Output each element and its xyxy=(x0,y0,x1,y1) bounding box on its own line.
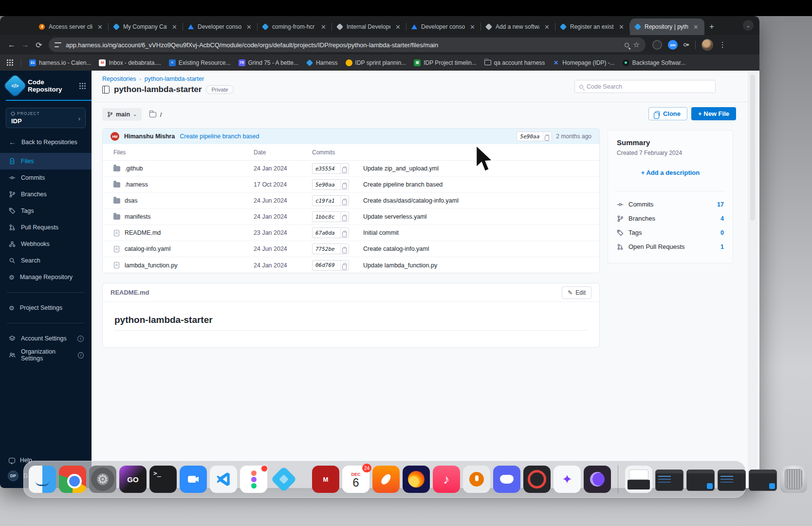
dock-downloads-stack-icon[interactable] xyxy=(625,466,652,493)
summary-stat-branches[interactable]: Branches4 xyxy=(617,211,724,225)
tab-close-icon[interactable]: ✕ xyxy=(468,23,477,31)
url-text[interactable]: app.harness.io/ng/account/6_vVHzo9Qeu9fX… xyxy=(66,41,620,49)
dock-apple-music-icon[interactable]: ♪ xyxy=(433,466,460,493)
commit-hash-pill[interactable]: e35554 xyxy=(312,163,349,174)
commit-message-link[interactable]: Create catalog-info.yaml xyxy=(363,245,599,252)
commit-message-link[interactable]: Update serverless.yaml xyxy=(363,213,599,220)
sidebar-item-pull-requests[interactable]: Pull Requests xyxy=(0,219,92,236)
commit-message-link[interactable]: Create pipeline branch based xyxy=(180,133,259,140)
bookmark-backstage[interactable]: Backstage Softwar... xyxy=(623,59,685,66)
address-bar[interactable]: app.harness.io/ng/account/6_vVHzo9Qeu9fX… xyxy=(49,38,646,52)
dock-chrome-icon[interactable] xyxy=(59,466,86,493)
dock-figma-icon[interactable] xyxy=(240,466,267,493)
dock-terminal-icon[interactable]: >_ xyxy=(149,466,177,493)
commit-message-link[interactable]: Create dsas/dasd/catalog-info.yaml xyxy=(363,197,599,204)
tab-close-icon[interactable]: ✕ xyxy=(692,23,700,31)
site-settings-icon[interactable] xyxy=(55,42,61,47)
dock-finder-icon[interactable] xyxy=(29,466,56,493)
commit-hash-pill[interactable]: 7752be xyxy=(312,244,349,254)
sidebar-item-project-settings[interactable]: ⚙ Project Settings xyxy=(0,300,92,316)
code-search-input[interactable] xyxy=(587,83,711,90)
add-description-link[interactable]: + Add a description xyxy=(617,169,724,176)
dock-insomnia-icon[interactable] xyxy=(584,466,611,493)
branch-selector[interactable]: main ⌄ xyxy=(102,108,142,121)
dock-rocket-app-icon[interactable] xyxy=(372,466,400,493)
breadcrumb-repositories-link[interactable]: Repositories xyxy=(102,75,136,82)
search-icon[interactable] xyxy=(625,43,629,47)
minimized-window-thumbnail[interactable] xyxy=(718,470,746,491)
dock-calendar-icon[interactable]: DEC 6 24 xyxy=(342,466,369,493)
commit-message-link[interactable]: Create pipeline branch based xyxy=(363,181,599,188)
summary-stat-commits[interactable]: Commits17 xyxy=(617,197,724,211)
tab-coming-from-hcr[interactable]: coming-from-hcr✕ xyxy=(258,19,332,35)
scrollbar-thumb[interactable] xyxy=(750,75,755,221)
bookmark-star-icon[interactable]: ☆ xyxy=(633,40,640,49)
browser-menu-icon[interactable]: ⋮ xyxy=(719,40,726,49)
edit-button[interactable]: ✎Edit xyxy=(562,286,591,299)
tab-close-icon[interactable]: ✕ xyxy=(170,23,179,31)
info-icon[interactable]: i xyxy=(77,336,84,342)
code-search-box[interactable] xyxy=(574,80,716,93)
commit-message-link[interactable]: Update lambda_function.py xyxy=(363,262,599,269)
commit-hash-pill[interactable]: 06d769 xyxy=(312,260,349,271)
copy-hash-button[interactable] xyxy=(340,196,349,206)
table-row[interactable]: .github 24 Jan 2024 e35554 Update zip_an… xyxy=(103,161,599,177)
tab-add-new-software[interactable]: Add a new softwa✕ xyxy=(481,19,555,35)
tab-my-company-cat[interactable]: My Company Cat✕ xyxy=(109,19,183,35)
back-button[interactable]: ← xyxy=(5,40,18,49)
dock-openvpn-icon[interactable] xyxy=(463,466,490,493)
table-row[interactable]: catalog-info.yaml 24 Jun 2024 7752be Cre… xyxy=(103,241,599,257)
tab-close-icon[interactable]: ✕ xyxy=(543,23,551,31)
minimized-window-thumbnail[interactable] xyxy=(749,470,777,491)
dock-todo-check-icon[interactable] xyxy=(523,466,551,493)
commit-hash-pill[interactable]: 5e90aa xyxy=(312,179,349,190)
summary-stat-tags[interactable]: Tags0 xyxy=(617,225,724,240)
copy-hash-button[interactable] xyxy=(340,212,349,222)
table-row[interactable]: .harness 17 Oct 2024 5e90aa Create pipel… xyxy=(103,177,599,193)
table-row[interactable]: dsas 24 Jun 2024 c19fa1 Create dsas/dasd… xyxy=(103,193,599,209)
clone-button[interactable]: Clone xyxy=(648,107,687,120)
extensions-puzzle-icon[interactable]: ⚩ xyxy=(683,41,689,49)
bookmark-homepage-idp[interactable]: ✕Homepage (IDP) -... xyxy=(553,59,614,66)
sidebar-item-tags[interactable]: Tags xyxy=(0,203,92,219)
copy-hash-button[interactable] xyxy=(340,244,349,254)
tab-search-chevron[interactable]: ⌄ xyxy=(743,20,754,31)
commit-hash-pill[interactable]: 67a0da xyxy=(312,227,349,238)
breadcrumb-current[interactable]: python-lambda-starter xyxy=(145,75,204,82)
minimized-window-thumbnail[interactable] xyxy=(686,470,715,491)
tab-repository-active[interactable]: Repository | pyth✕ xyxy=(630,19,704,35)
path-root[interactable]: / xyxy=(160,111,162,118)
bookmark-inbox[interactable]: MInbox - debabrata.... xyxy=(99,59,161,66)
sidebar-item-organization-settings[interactable]: Organization Settings i xyxy=(0,347,92,363)
dock-goland-icon[interactable]: GO xyxy=(119,466,147,493)
apps-grid-icon[interactable] xyxy=(7,59,13,66)
project-selector[interactable]: PROJECT IDP › xyxy=(6,108,86,128)
tab-internal-developer[interactable]: Internal Develope✕ xyxy=(332,19,406,35)
dock-vscode-icon[interactable] xyxy=(210,466,237,493)
copy-hash-button[interactable] xyxy=(340,261,349,270)
bookmark-qa-folder[interactable]: qa account harness xyxy=(484,59,545,66)
bookmark-idp-timeline[interactable]: ⊞IDP Project timelin... xyxy=(414,59,476,66)
zoom-extension-icon[interactable]: zm xyxy=(668,40,678,50)
new-tab-button[interactable]: + xyxy=(709,22,714,32)
tab-close-icon[interactable]: ✕ xyxy=(617,23,626,31)
new-file-button[interactable]: + New File xyxy=(691,107,736,120)
commit-hash-pill[interactable]: 5e90aa xyxy=(517,132,553,141)
page-scrollbar[interactable] xyxy=(748,71,757,488)
copy-hash-button[interactable] xyxy=(340,228,349,238)
table-row[interactable]: README.md 23 Jan 2024 67a0da Initial com… xyxy=(103,225,599,241)
dock-system-settings-icon[interactable] xyxy=(89,466,116,493)
info-icon[interactable]: i xyxy=(78,352,84,358)
reload-button[interactable]: ⟳ xyxy=(32,40,46,50)
sidebar-item-files[interactable]: Files xyxy=(0,153,92,169)
tab-close-icon[interactable]: ✕ xyxy=(394,23,402,31)
sidebar-item-search[interactable]: Search xyxy=(0,252,92,269)
dock-zoom-icon[interactable] xyxy=(180,466,207,493)
bookmark-grind75[interactable]: 75Grind 75 - A bette... xyxy=(239,59,298,66)
bookmark-idp-sprint[interactable]: IDP sprint plannin... xyxy=(346,59,406,66)
summary-stat-open-prs[interactable]: Open Pull Requests1 xyxy=(617,240,724,254)
dock-backstage-icon[interactable] xyxy=(270,466,297,493)
tab-developer-console-1[interactable]: Developer consol✕ xyxy=(183,19,258,35)
sidebar-item-webhooks[interactable]: Webhooks xyxy=(0,236,92,252)
table-row[interactable]: lambda_function.py 24 Jan 2024 06d769 Up… xyxy=(103,257,599,273)
